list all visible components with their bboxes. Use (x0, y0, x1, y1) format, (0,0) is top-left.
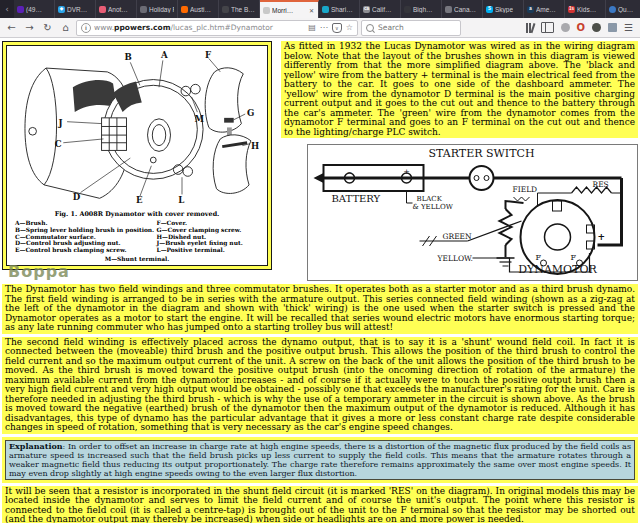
toolbar-extension-area: O ☰ (526, 22, 636, 33)
url-bar[interactable]: i www.ppowers.com/lucas_plc.htm#Dynamoto… (76, 20, 358, 36)
extension-icon-3[interactable] (608, 23, 617, 32)
reload-button[interactable]: ↻ (40, 20, 55, 35)
wiring-label-battery: BATTERY (332, 193, 381, 204)
tab-label: Kids… (577, 6, 596, 13)
explanation-text: : In order to offset an increase in char… (9, 442, 631, 478)
legend-item: L—Positive terminal. (157, 247, 259, 254)
figure-label-l: L (178, 195, 184, 205)
wiring-label-minus: – (348, 167, 352, 176)
tab-ame[interactable]: a Ame… (524, 0, 565, 18)
figure-label-d: D (73, 192, 81, 202)
search-icon (366, 24, 374, 32)
page-site-icon (263, 7, 270, 14)
figure-label-j: J (57, 118, 62, 128)
tab-label: (49… (26, 6, 42, 13)
extension-icon-1[interactable] (561, 23, 570, 32)
url-prefix: www. (94, 23, 114, 32)
tab-qu[interactable]: Qu… (606, 0, 640, 18)
tab-bar: ‹ (49… ◆ DVR… Anot… Holiday F… Austi… Th… (0, 0, 640, 18)
tab-shari[interactable]: Shari… (319, 0, 360, 18)
legend-left-column: A—Brush. B—Spring lever holding brush in… (15, 220, 157, 254)
dark-site-icon (404, 6, 411, 13)
wiring-label-dynamotor: DYNAMOTOR (518, 263, 597, 276)
forward-button[interactable]: → (22, 20, 37, 35)
site-info-icon[interactable]: i (81, 23, 91, 33)
blue-diamond-site-icon: ◆ (58, 6, 65, 13)
skype-icon: S (486, 6, 493, 13)
wiring-label-green: GREEN (443, 232, 473, 241)
wiring-label-and-yellow: & YELLOW (413, 203, 454, 211)
legend-item: E—Control brush clamping screw. (15, 247, 157, 254)
wiring-diagram: STARTER SWITCH – + BATTERY BLACK & YELLO… (308, 145, 637, 276)
figure-label-c: C (55, 139, 62, 149)
tab-label: Qu… (618, 6, 633, 13)
figure-label-f: F (205, 50, 211, 60)
tab-cana[interactable]: Cana… (442, 0, 483, 18)
figure-label-e: E (136, 195, 143, 205)
purple-site-icon (17, 6, 24, 13)
wiring-diagram-box: STARTER SWITCH – + BATTERY BLACK & YELLO… (307, 144, 638, 281)
reader-mode-icon[interactable]: ▤ (308, 23, 316, 32)
tab-label: Bigh… (413, 6, 433, 13)
tab-label: Ame… (536, 6, 556, 13)
wiring-label-yellow: YELLOW. (437, 254, 473, 263)
red-o-extension-icon[interactable]: O (577, 23, 586, 33)
tab-bigh[interactable]: Bigh… (401, 0, 442, 18)
tab-austi[interactable]: Austi… (178, 0, 219, 18)
dark-circle-site-icon (222, 6, 229, 13)
tab-morri-active[interactable]: Morri… ✕ (260, 0, 319, 18)
tab-label: The B… (231, 6, 255, 13)
tab-label: Morri… (272, 7, 293, 14)
wiring-label-black: BLACK (417, 195, 443, 203)
tab-label: DVR… (67, 6, 87, 13)
url-domain: ppowers.com (114, 23, 170, 32)
bookmark-star-icon[interactable]: ☆ (346, 23, 353, 32)
tab-dvr[interactable]: ◆ DVR… (55, 0, 96, 18)
back-button[interactable]: ← (4, 20, 19, 35)
url-path: /lucas_plc.htm#Dynamotor (170, 23, 272, 32)
tab-label: Calif… (372, 6, 392, 13)
search-bar[interactable] (361, 20, 461, 36)
wiring-label-plus-brush: + (598, 232, 606, 242)
tab-skype[interactable]: S Skype (483, 0, 524, 18)
tab-close-icon[interactable]: ✕ (308, 7, 315, 14)
figure1-inner: B A F J C M G H D E L Fig. 1. A008R Dyna… (6, 45, 268, 266)
wiring-label-field: FIELD (513, 185, 538, 194)
tab-anot[interactable]: Anot… (96, 0, 137, 18)
tab-label: Anot… (108, 6, 128, 13)
page-content: B A F J C M G H D E L Fig. 1. A008R Dyna… (0, 38, 640, 523)
tab-49[interactable]: (49… (14, 0, 55, 18)
tab-kids[interactable]: 1s Kids… (565, 0, 606, 18)
figure1-legend: A—Brush. B—Spring lever holding brush in… (9, 220, 265, 254)
tab-label: Austi… (190, 6, 211, 13)
home-button[interactable]: ⌂ (58, 20, 73, 35)
paragraph-intro: As fitted in 1932 the Lucas Dynamotor wa… (281, 41, 638, 138)
paragraph-2: The second field winding is effectively … (2, 337, 638, 434)
figure-label-g: G (247, 108, 254, 118)
navigation-toolbar: ← → ↻ ⌂ i www.ppowers.com/lucas_plc.htm#… (0, 18, 640, 38)
right-column: As fitted in 1932 the Lucas Dynamotor wa… (281, 41, 638, 281)
figure-label-h: H (251, 141, 259, 151)
figure-label-m: M (194, 114, 204, 124)
library-icon[interactable] (526, 23, 534, 33)
tab-label: Shari… (331, 6, 353, 13)
tab-holiday[interactable]: Holiday F… (137, 0, 178, 18)
page-actions-icon[interactable]: ⋯ (320, 23, 328, 32)
menu-icon[interactable]: ☰ (624, 22, 633, 33)
extension-icon-2[interactable] (592, 23, 601, 32)
paragraph-1: The Dynamotor has two field windings and… (2, 284, 638, 334)
tab-calif[interactable]: ca Calif… (360, 0, 401, 18)
sidebar-icon[interactable] (541, 22, 554, 33)
explanation-section: Explanation: In order to offset an incre… (2, 437, 638, 483)
tab-scroll-left-button[interactable]: ‹ (0, 0, 14, 18)
search-input[interactable] (376, 22, 456, 33)
navy-site-icon: a (527, 6, 534, 13)
orange-grid-site-icon (181, 6, 188, 13)
pocket-icon[interactable]: ∨ (332, 23, 342, 33)
teal-site-icon (322, 6, 329, 13)
red-blue-site-icon: 1s (568, 6, 575, 13)
explanation-label: Explanation (9, 441, 63, 451)
tab-label: Holiday F… (149, 6, 174, 13)
legend-center-item: M—Shunt terminal. (9, 255, 265, 262)
tab-the-b[interactable]: The B… (219, 0, 260, 18)
